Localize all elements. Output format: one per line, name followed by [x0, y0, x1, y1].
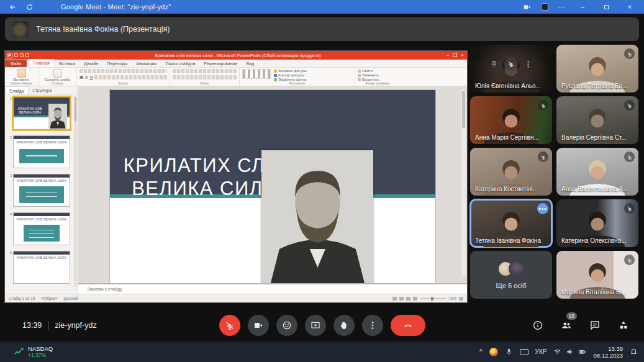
thumbnails-scrollbar[interactable] — [74, 96, 77, 287]
camera-toggle-button[interactable] — [248, 315, 269, 336]
participant-tile-active-speaker[interactable]: ••• Тетяна Іванівна Фокіна — [470, 199, 552, 247]
pin-icon[interactable] — [490, 60, 498, 68]
taskbar-clock[interactable]: 13:39 08.12.2023 — [593, 345, 623, 359]
shape-effects-button[interactable]: Эффекты фигур — [274, 78, 352, 81]
slide-thumbnail-2[interactable]: 2 КРИЛАТИХ СЛІВ ВЕЛИКА СИЛА — [7, 135, 73, 168]
find-button[interactable]: Найти — [358, 69, 397, 73]
participant-tile[interactable]: Руслана Петрівна Ба... — [556, 45, 638, 93]
language-indicator[interactable]: УКР — [535, 348, 547, 355]
view-slideshow-icon[interactable] — [413, 297, 417, 301]
tab-review[interactable]: Рецензирование — [199, 60, 242, 67]
overflow-participants-tile[interactable]: Ще 6 осіб — [470, 251, 552, 299]
reactions-button[interactable] — [276, 315, 297, 336]
panel-tab-slides[interactable]: Слайды — [5, 86, 29, 94]
view-normal-icon[interactable] — [392, 297, 397, 301]
presenter-banner[interactable]: Тетяна Іванівна Фокіна (Презентація) — [5, 17, 639, 41]
tab-camera-icon[interactable] — [523, 3, 531, 11]
slide-thumbnail-5[interactable]: 5 КРИЛАТИХ СЛІВ ВЕЛИКА СИЛА — [7, 251, 73, 284]
font-extra-buttons[interactable] — [94, 75, 167, 79]
participant-tile[interactable]: Валерія Сергіївна Ст... — [556, 96, 638, 144]
maximize-button[interactable] — [599, 0, 613, 14]
ribbon-group-paragraph[interactable]: Абзац — [170, 68, 240, 86]
italic-button[interactable]: К — [85, 75, 88, 79]
tray-mic-icon[interactable] — [505, 348, 513, 356]
ppt-maximize-button[interactable] — [453, 53, 457, 57]
slide-thumbnail-4[interactable]: 4 КРИЛАТИХ СЛІВ ВЕЛИКА СИЛА — [7, 212, 73, 245]
ribbon-group-drawing[interactable]: Заливка фигуры Контур фигуры Эффекты фиг… — [240, 68, 355, 86]
tray-overflow-chevron[interactable]: ^ — [479, 348, 483, 355]
ribbon-group-editing[interactable]: Найти Заменить Выделить Редактирование — [355, 68, 400, 86]
font-style-buttons[interactable]: Ж К Ч — [79, 75, 167, 79]
bold-button[interactable]: Ж — [79, 75, 83, 79]
tab-slideshow[interactable]: Показ слайдов — [161, 60, 199, 67]
tile-menu-badge[interactable]: ••• — [537, 203, 548, 214]
participant-tile[interactable]: Юлія Євгенівна Альо... — [470, 45, 552, 93]
leave-call-button[interactable] — [391, 315, 425, 336]
back-icon[interactable] — [9, 3, 17, 11]
refresh-icon[interactable] — [25, 3, 34, 11]
paste-button[interactable] — [17, 69, 26, 78]
tab-file[interactable]: Файл — [5, 60, 27, 67]
participant-tile[interactable]: Марина Віталіївна В... — [556, 251, 638, 299]
ribbon-group-slides[interactable]: Создать слайд Слайды — [39, 68, 77, 86]
slide-thumbnail-1[interactable]: 1 КРИЛАТИХ СЛІВВЕЛИКА СИЛА — [7, 97, 73, 130]
zoom-percentage[interactable]: 73% — [448, 296, 456, 301]
touch-keyboard-icon[interactable] — [520, 349, 528, 355]
shapes-gallery[interactable] — [242, 69, 271, 79]
paragraph-controls-row2[interactable] — [173, 75, 237, 79]
current-slide[interactable]: КРИЛАТИХ СЛІВ ВЕЛИКА СИЛА — [110, 90, 435, 283]
ppt-notes-pane[interactable]: Заметки к слайду — [78, 283, 467, 294]
slide-thumbnail-3[interactable]: 3 КРИЛАТИХ СЛІВ ВЕЛИКА СИЛА — [7, 174, 73, 207]
activities-button[interactable] — [617, 319, 630, 332]
notifications-bell-icon[interactable] — [630, 348, 638, 356]
ppt-quick-access-toolbar[interactable]: P — [7, 53, 29, 58]
tray-app-icon[interactable] — [489, 348, 498, 356]
shape-outline-button[interactable]: Контур фигуры — [274, 73, 352, 77]
paragraph-controls-row1[interactable] — [173, 69, 237, 73]
meeting-details-button[interactable] — [531, 319, 545, 332]
fit-to-window-icon[interactable] — [459, 297, 463, 301]
font-controls-row[interactable] — [79, 69, 167, 73]
raise-hand-button[interactable] — [333, 315, 355, 336]
mic-toggle-button[interactable] — [219, 315, 240, 336]
editor-scrollbar[interactable] — [461, 89, 466, 276]
taskbar-stocks-widget[interactable]: NASDAQ +1.37% — [14, 345, 53, 358]
minimize-button[interactable]: – — [576, 0, 589, 14]
select-button[interactable]: Выделить — [358, 78, 397, 81]
zoom-slider[interactable] — [420, 298, 446, 299]
more-options-button[interactable] — [362, 315, 383, 336]
mute-button[interactable] — [504, 57, 518, 71]
participants-button[interactable]: 16 — [560, 319, 573, 332]
participant-tile[interactable]: Катерина Олексіївна... — [556, 199, 638, 247]
replace-button[interactable]: Заменить — [358, 73, 397, 77]
tile-more-icon[interactable] — [524, 60, 532, 68]
tab-insert[interactable]: Вставка — [55, 60, 79, 67]
participant-tile[interactable]: Катерина Костянтіні... — [470, 148, 552, 196]
view-sorter-icon[interactable] — [399, 297, 404, 301]
new-slide-button[interactable] — [53, 69, 62, 78]
language-status[interactable]: русский — [63, 296, 78, 301]
tab-design[interactable]: Дизайн — [79, 60, 103, 67]
ppt-slide-editor[interactable]: КРИЛАТИХ СЛІВ ВЕЛИКА СИЛА — [78, 86, 467, 283]
close-button[interactable]: × — [623, 0, 637, 14]
system-tray-icons[interactable] — [553, 348, 586, 356]
chat-button[interactable] — [588, 319, 602, 332]
tab-view[interactable]: Вид — [242, 60, 258, 67]
ppt-minimize-button[interactable]: – — [447, 52, 449, 59]
site-app-icon[interactable] — [541, 3, 548, 11]
underline-button[interactable]: Ч — [89, 75, 93, 79]
ribbon-group-font[interactable]: Ж К Ч Шрифт — [77, 68, 170, 86]
save-icon[interactable] — [14, 53, 18, 57]
present-button[interactable] — [305, 315, 326, 336]
tab-transitions[interactable]: Переходы — [102, 60, 132, 67]
view-reading-icon[interactable] — [406, 297, 410, 301]
participant-tile[interactable]: Анна-Марія Сергіївн... — [470, 96, 552, 144]
tab-animations[interactable]: Анимация — [132, 60, 161, 67]
participant-tile[interactable]: Анна Валентинівна А... — [556, 148, 638, 196]
browser-menu-icon[interactable]: ⋯ — [558, 3, 566, 11]
ppt-close-button[interactable]: × — [461, 52, 464, 59]
panel-tab-outline[interactable]: Структура — [29, 86, 55, 94]
tab-home[interactable]: Главная — [28, 59, 55, 67]
ribbon-group-clipboard[interactable]: Вставить Буфер обмена — [5, 68, 39, 86]
undo-icon[interactable] — [20, 53, 24, 57]
